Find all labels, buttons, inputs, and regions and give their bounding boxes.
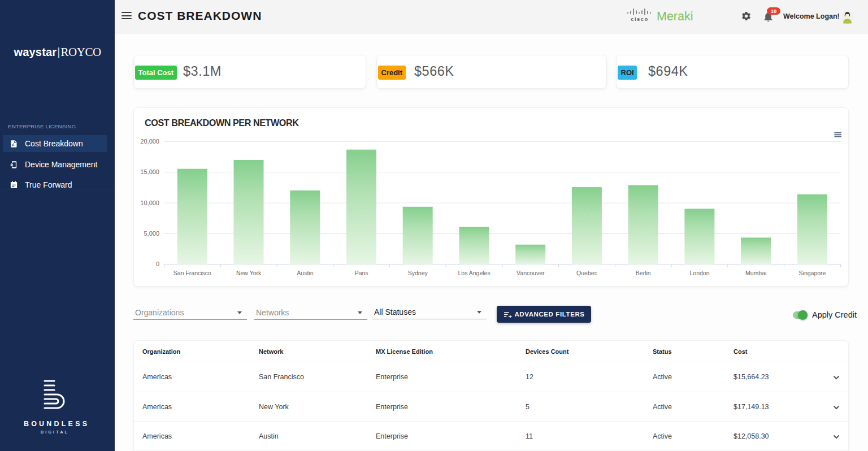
svg-text:Los Angeles: Los Angeles <box>458 270 490 276</box>
svg-text:Berlin: Berlin <box>636 270 651 276</box>
svg-text:San Francisco: San Francisco <box>173 270 211 276</box>
svg-text:Vancouver: Vancouver <box>517 270 545 276</box>
svg-text:0: 0 <box>156 261 159 267</box>
svg-text:New York: New York <box>236 270 262 276</box>
svg-text:Austin: Austin <box>297 270 313 276</box>
svg-text:15,000: 15,000 <box>140 168 159 175</box>
svg-text:Paris: Paris <box>355 270 368 276</box>
svg-text:20,000: 20,000 <box>140 138 159 145</box>
svg-text:cisco: cisco <box>631 16 648 22</box>
svg-text:Singapore: Singapore <box>799 270 826 276</box>
svg-text:COST BREAKDOWN PER NETWORK: COST BREAKDOWN PER NETWORK <box>145 118 299 128</box>
svg-text:Quebec: Quebec <box>576 270 597 276</box>
svg-text:London: London <box>689 270 709 276</box>
svg-text:Mumbai: Mumbai <box>745 270 766 276</box>
svg-text:10,000: 10,000 <box>140 200 159 206</box>
svg-text:5,000: 5,000 <box>144 230 159 237</box>
svg-text:Sydney: Sydney <box>408 270 428 276</box>
